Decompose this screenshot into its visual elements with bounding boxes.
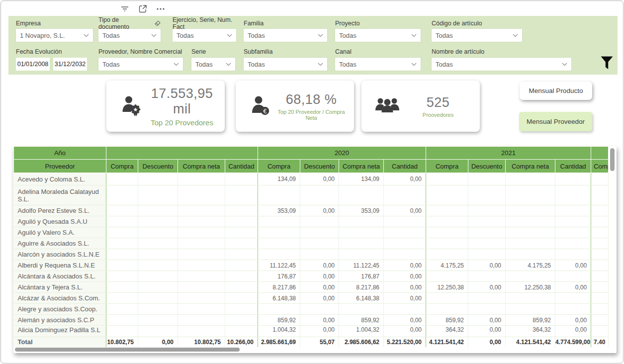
eraser-icon[interactable] [155,20,161,26]
cell-value [106,185,138,205]
cell-value [591,315,609,326]
cell-value [178,260,225,271]
cell-value [300,238,339,249]
cell-value: 0,00 [468,282,506,293]
mensual-proveedor-button[interactable]: Mensual Proveedor [519,112,592,131]
cell-value: 859,92 [506,315,555,326]
table-row[interactable]: Aguirre & Asociados S.L. [14,238,609,249]
popout-icon[interactable] [137,3,148,14]
codigo-articulo-dropdown[interactable]: Todas [432,29,522,42]
more-options-icon[interactable] [155,3,166,14]
cell-value: 859,92 [339,315,384,326]
filter-label: Canal [335,47,421,56]
table-row[interactable]: Alberdi y Requena S.L.N.E11.122,450,0011… [14,260,609,271]
col-header-compra[interactable]: Compra [258,160,300,173]
total-cell: 4.774.599,00 [555,337,591,347]
cell-value [555,216,591,227]
col-header-partial-compra[interactable]: Compra [591,160,609,173]
cell-value [106,205,138,216]
col-header-compra[interactable]: Compra [106,160,138,173]
filter-lines-icon[interactable] [119,3,130,14]
row-label: Alberdi y Requena S.L.N.E [14,260,106,271]
cell-value [339,238,384,249]
cell-value [468,304,506,315]
table-row[interactable]: Alcántara & Asociados S.L.176,870,00176,… [14,271,609,282]
col-header-compra-neta[interactable]: Compra neta [339,160,384,173]
col-header-compra-neta[interactable]: Compra neta [178,160,225,173]
table-row[interactable]: Aguiló y Quesada S.A.U [14,216,609,227]
col-header-cantidad[interactable]: Cantidad [555,160,591,173]
table-row[interactable]: Alarcón y asociados S.L.N.E [14,249,609,260]
table-row[interactable]: Acevedo y Coloma S.L.134,090,00134,090,0… [14,173,609,185]
cell-value [591,271,609,282]
col-header-descuento[interactable]: Descuento [468,160,506,173]
cell-value [506,293,555,304]
familia-dropdown[interactable]: Todas [244,29,327,42]
proveedor-dropdown[interactable]: Todas [98,58,183,71]
vertical-scrollbar-thumb[interactable] [610,148,615,171]
cell-value: 8.217,86 [339,282,384,293]
cell-value: 12.250,38 [426,282,468,293]
cell-value: 0,00 [384,260,426,271]
col-header-descuento[interactable]: Descuento [300,160,339,173]
year-group-partial[interactable] [591,147,609,160]
cell-value [384,238,426,249]
cell-value [555,238,591,249]
cell-value [225,173,258,185]
proyecto-dropdown[interactable]: Todas [335,29,421,42]
canal-dropdown[interactable]: Todas [335,58,421,71]
cell-value [591,173,609,185]
total-cell: 55,07 [300,337,339,347]
col-header-descuento[interactable]: Descuento [138,160,178,173]
mensual-producto-button[interactable]: Mensual Producto [520,82,592,100]
table-row[interactable]: Alemán y asociados S.C.P859,920,00859,92… [14,315,609,326]
total-row[interactable]: Total 10.802,75 0,00 10.802,75 10.266,00… [14,337,609,347]
filter-label: Subfamilia [244,47,327,56]
serie-dropdown[interactable]: Todas [191,58,235,71]
chevron-down-icon [513,34,518,37]
year-group-2020[interactable]: 2020 [258,147,426,160]
filter-label: Proveedor, Nombre Comercial [98,47,183,56]
cell-value [178,216,225,227]
filter-ejercicio-serie-num-fact: Ejercicio, Serie, Num. Fact Todas [173,19,236,27]
table-row[interactable]: Alegre y asociados S.Coop. [14,304,609,315]
table-row[interactable]: Aguiló y Valero S.A. [14,227,609,238]
cell-value: 0,00 [384,205,426,216]
fecha-desde-input[interactable]: 01/01/2008 [16,58,50,71]
cell-value [138,185,178,205]
proveedor-header[interactable]: Proveedor [14,160,106,173]
fecha-hasta-input[interactable]: 31/12/2032 [53,58,87,71]
table-row[interactable]: Alicia Dominguez Padilla S.L1.004,320,00… [14,326,609,337]
col-header-compra-neta[interactable]: Compra neta [506,160,555,173]
year-group-2021[interactable]: 2021 [426,147,591,160]
horizontal-scrollbar-thumb[interactable] [15,348,240,352]
cell-value [468,293,506,304]
cell-value [178,205,225,216]
cell-value: 0,00 [555,260,591,271]
cell-value [506,205,555,216]
apply-filter-funnel-icon[interactable] [600,56,614,73]
cell-value: 353,09 [258,205,300,216]
cell-value [384,216,426,227]
table-row[interactable]: Alcázar & Asociados S.Com.6.148,380,006.… [14,293,609,304]
tipo-documento-dropdown[interactable]: Todas [98,29,161,42]
year-group-blank[interactable] [106,147,258,160]
ejercicio-dropdown[interactable]: Todas [173,29,236,42]
subfamilia-dropdown[interactable]: Todas [244,58,327,71]
table-row[interactable]: Adelina Moraleda Calatayud S.L. [14,185,609,205]
nombre-articulo-dropdown[interactable]: Todas [432,58,571,71]
cell-value [339,185,384,205]
cell-value [555,227,591,238]
cell-value [384,249,426,260]
visual-header-toolbar [119,3,166,14]
table-row[interactable]: Adolfo Perez Esteve S.L.353,090,00353,09… [14,205,609,216]
cell-value [138,326,178,337]
table-row[interactable]: Alcántara y Tejera S.L.8.217,860,008.217… [14,282,609,293]
cell-value [426,173,468,185]
col-header-cantidad[interactable]: Cantidad [225,160,258,173]
corner-header[interactable]: Año [14,147,106,160]
empresa-dropdown[interactable]: 1 Novapro, S.L. [16,29,93,42]
col-header-cantidad[interactable]: Cantidad [384,160,426,173]
cell-value [178,271,225,282]
col-header-compra[interactable]: Compra [426,160,468,173]
